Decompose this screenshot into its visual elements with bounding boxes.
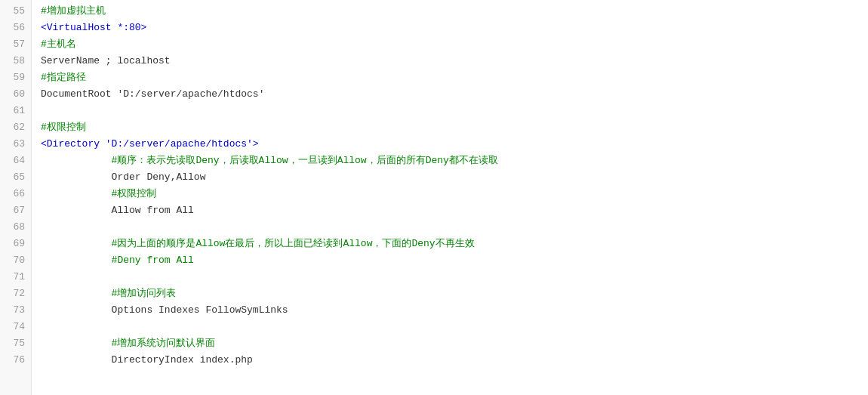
code-line: #权限控制 <box>41 119 868 136</box>
code-line: Allow from All <box>41 202 868 219</box>
code-area: 5556575859606162636465666768697071727374… <box>0 0 868 395</box>
code-line: DirectoryIndex index.php <box>41 352 868 369</box>
line-number: 71 <box>10 269 31 285</box>
code-line: #增加访问列表 <box>41 285 868 302</box>
line-number: 62 <box>10 119 31 136</box>
code-line: Order Deny,Allow <box>41 169 868 186</box>
line-number: 64 <box>10 153 31 169</box>
line-number: 69 <box>10 236 31 252</box>
editor-container: 5556575859606162636465666768697071727374… <box>0 0 868 395</box>
line-number: 72 <box>10 285 31 302</box>
code-line: #增加虚拟主机 <box>41 3 868 20</box>
line-number: 73 <box>10 302 31 319</box>
code-line <box>41 219 868 236</box>
code-line: <Directory 'D:/server/apache/htdocs'> <box>41 136 868 153</box>
line-number: 66 <box>10 186 31 202</box>
line-number: 56 <box>10 20 31 36</box>
line-number: 61 <box>10 103 31 119</box>
code-line: #指定路径 <box>41 69 868 86</box>
code-line: #因为上面的顺序是Allow在最后，所以上面已经读到Allow，下面的Deny不… <box>41 236 868 252</box>
line-number: 74 <box>10 319 31 335</box>
line-number: 58 <box>10 53 31 69</box>
line-number: 67 <box>10 202 31 219</box>
line-number: 55 <box>10 3 31 20</box>
line-number: 76 <box>10 352 31 369</box>
line-number: 63 <box>10 136 31 153</box>
line-number: 70 <box>10 252 31 269</box>
line-numbers: 5556575859606162636465666768697071727374… <box>0 0 32 395</box>
code-content[interactable]: #增加虚拟主机<VirtualHost *:80>#主机名ServerName … <box>32 0 868 395</box>
line-number: 59 <box>10 69 31 86</box>
code-line: ServerName ; localhost <box>41 53 868 69</box>
code-line: Options Indexes FollowSymLinks <box>41 302 868 319</box>
code-line: #顺序：表示先读取Deny，后读取Allow，一旦读到Allow，后面的所有De… <box>41 153 868 169</box>
line-number: 75 <box>10 335 31 352</box>
line-number: 65 <box>10 169 31 186</box>
code-line: #主机名 <box>41 36 868 53</box>
code-line <box>41 269 868 285</box>
line-number: 57 <box>10 36 31 53</box>
code-line <box>41 103 868 119</box>
code-line: DocumentRoot 'D:/server/apache/htdocs' <box>41 86 868 103</box>
code-line <box>41 319 868 335</box>
line-number: 60 <box>10 86 31 103</box>
line-number: 68 <box>10 219 31 236</box>
code-line: #增加系统访问默认界面 <box>41 335 868 352</box>
code-line: #权限控制 <box>41 186 868 202</box>
code-line: <VirtualHost *:80> <box>41 20 868 36</box>
code-line: #Deny from All <box>41 252 868 269</box>
